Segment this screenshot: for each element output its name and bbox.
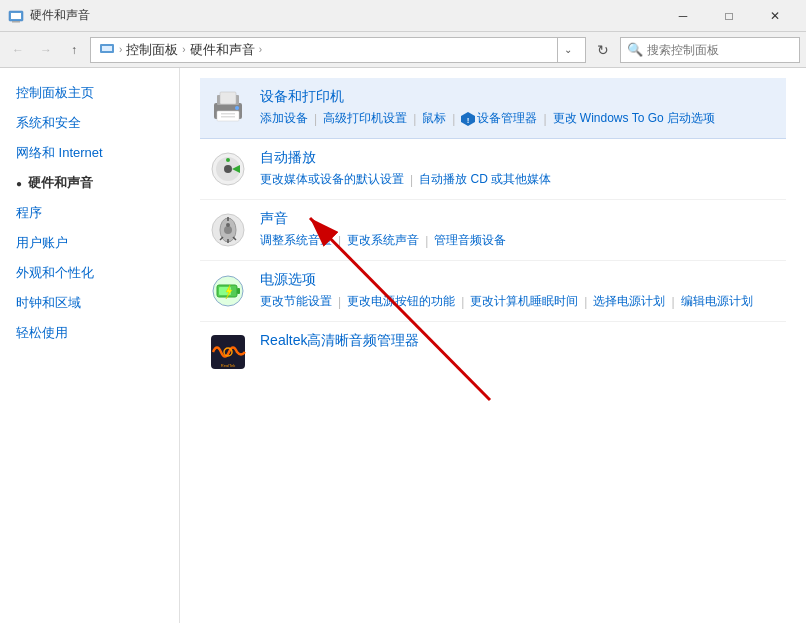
path-icon [99, 40, 115, 59]
link-add-device[interactable]: 添加设备 [260, 110, 308, 127]
svg-rect-8 [221, 113, 235, 115]
content-area: 设备和打印机 添加设备 | 高级打印机设置 | 鼠标 | ! 设备管理器 [180, 68, 806, 623]
sidebar-item-label: 外观和个性化 [16, 264, 94, 282]
sep-3: | [452, 112, 455, 126]
sep-9: | [461, 295, 464, 309]
link-power-button[interactable]: 更改电源按钮的功能 [347, 293, 455, 310]
back-button[interactable]: ← [6, 38, 30, 62]
autoplay-body: 自动播放 更改媒体或设备的默认设置 | 自动播放 CD 或其他媒体 [260, 149, 778, 188]
svg-rect-1 [11, 13, 21, 19]
path-chevron-3: › [259, 44, 262, 55]
autoplay-title[interactable]: 自动播放 [260, 149, 316, 167]
close-button[interactable]: ✕ [752, 0, 798, 32]
maximize-button[interactable]: □ [706, 0, 752, 32]
link-adjust-volume[interactable]: 调整系统音量 [260, 232, 332, 249]
sep-8: | [338, 295, 341, 309]
minimize-button[interactable]: ─ [660, 0, 706, 32]
devices-title[interactable]: 设备和打印机 [260, 88, 344, 106]
addressbar: ← → ↑ › 控制面板 › 硬件和声音 › ⌄ ↻ 🔍 [0, 32, 806, 68]
svg-rect-4 [102, 46, 112, 51]
section-autoplay: 自动播放 更改媒体或设备的默认设置 | 自动播放 CD 或其他媒体 [200, 139, 786, 200]
sidebar-item-users[interactable]: 用户账户 [0, 228, 179, 258]
forward-button[interactable]: → [34, 38, 58, 62]
sep-7: | [425, 234, 428, 248]
realtek-icon: RealTek [208, 332, 248, 372]
devices-body: 设备和打印机 添加设备 | 高级打印机设置 | 鼠标 | ! 设备管理器 [260, 88, 778, 127]
power-icon [208, 271, 248, 311]
sidebar-item-label: 时钟和区域 [16, 294, 81, 312]
up-button[interactable]: ↑ [62, 38, 86, 62]
sidebar-item-label: 系统和安全 [16, 114, 81, 132]
link-sleep-time[interactable]: 更改计算机睡眠时间 [470, 293, 578, 310]
realtek-title[interactable]: Realtek高清晰音频管理器 [260, 332, 419, 350]
sidebar-item-label: 轻松使用 [16, 324, 68, 342]
link-windows-to-go[interactable]: 更改 Windows To Go 启动选项 [553, 110, 715, 127]
section-devices: 设备和打印机 添加设备 | 高级打印机设置 | 鼠标 | ! 设备管理器 [200, 78, 786, 139]
link-change-sound[interactable]: 更改系统声音 [347, 232, 419, 249]
link-manage-audio[interactable]: 管理音频设备 [434, 232, 506, 249]
svg-rect-29 [237, 288, 240, 294]
sidebar-item-network[interactable]: 网络和 Internet [0, 138, 179, 168]
link-choose-plan[interactable]: 选择电源计划 [593, 293, 665, 310]
address-dropdown[interactable]: ⌄ [557, 37, 577, 63]
search-input[interactable] [647, 43, 797, 57]
section-sound: 声音 调整系统音量 | 更改系统声音 | 管理音频设备 [200, 200, 786, 261]
sep-11: | [671, 295, 674, 309]
svg-point-10 [235, 106, 239, 110]
address-box[interactable]: › 控制面板 › 硬件和声音 › ⌄ [90, 37, 586, 63]
sidebar-item-label: 程序 [16, 204, 42, 222]
sound-title[interactable]: 声音 [260, 210, 288, 228]
sidebar-item-system[interactable]: 系统和安全 [0, 108, 179, 138]
path-chevron-2: › [182, 44, 185, 55]
svg-rect-9 [221, 116, 235, 118]
section-power: 电源选项 更改节能设置 | 更改电源按钮的功能 | 更改计算机睡眠时间 | 选择… [200, 261, 786, 322]
link-print-settings[interactable]: 高级打印机设置 [323, 110, 407, 127]
power-title[interactable]: 电源选项 [260, 271, 316, 289]
sidebar-item-ease[interactable]: 轻松使用 [0, 318, 179, 348]
sep-4: | [543, 112, 546, 126]
link-power-settings[interactable]: 更改节能设置 [260, 293, 332, 310]
svg-point-21 [224, 226, 232, 234]
sidebar-item-home[interactable]: 控制面板主页 [0, 78, 179, 108]
link-mouse[interactable]: 鼠标 [422, 110, 446, 127]
address-path: › 控制面板 › 硬件和声音 › [99, 40, 557, 59]
svg-text:RealTek: RealTek [221, 363, 235, 368]
section-realtek: RealTek Realtek高清晰音频管理器 [200, 322, 786, 382]
svg-rect-2 [12, 21, 20, 23]
svg-point-16 [224, 165, 232, 173]
sidebar-item-programs[interactable]: 程序 [0, 198, 179, 228]
realtek-body: Realtek高清晰音频管理器 [260, 332, 778, 354]
link-edit-plan[interactable]: 编辑电源计划 [681, 293, 753, 310]
sidebar: 控制面板主页 系统和安全 网络和 Internet ● 硬件和声音 程序 用户账… [0, 68, 180, 623]
titlebar-icon [8, 8, 24, 24]
sidebar-item-label: 控制面板主页 [16, 84, 94, 102]
power-body: 电源选项 更改节能设置 | 更改电源按钮的功能 | 更改计算机睡眠时间 | 选择… [260, 271, 778, 310]
sound-icon [208, 210, 248, 250]
sound-body: 声音 调整系统音量 | 更改系统声音 | 管理音频设备 [260, 210, 778, 249]
link-change-media[interactable]: 更改媒体或设备的默认设置 [260, 171, 404, 188]
path-chevron-1: › [119, 44, 122, 55]
power-links: 更改节能设置 | 更改电源按钮的功能 | 更改计算机睡眠时间 | 选择电源计划 … [260, 293, 778, 310]
sep-10: | [584, 295, 587, 309]
sidebar-item-hardware: ● 硬件和声音 [0, 168, 179, 198]
autoplay-links: 更改媒体或设备的默认设置 | 自动播放 CD 或其他媒体 [260, 171, 778, 188]
titlebar-title: 硬件和声音 [30, 7, 660, 24]
autoplay-icon [208, 149, 248, 189]
refresh-button[interactable]: ↻ [590, 37, 616, 63]
search-box[interactable]: 🔍 [620, 37, 800, 63]
titlebar-buttons: ─ □ ✕ [660, 0, 798, 32]
sidebar-item-label: 网络和 Internet [16, 144, 103, 162]
current-bullet: ● [16, 178, 22, 189]
svg-point-17 [226, 158, 230, 162]
sidebar-item-clock[interactable]: 时钟和区域 [0, 288, 179, 318]
path-part-2: 硬件和声音 [190, 41, 255, 59]
link-device-manager[interactable]: 设备管理器 [477, 110, 537, 127]
search-icon: 🔍 [627, 42, 643, 57]
devices-icon [208, 88, 248, 128]
sep-5: | [410, 173, 413, 187]
link-autoplay-cd[interactable]: 自动播放 CD 或其他媒体 [419, 171, 551, 188]
sound-links: 调整系统音量 | 更改系统声音 | 管理音频设备 [260, 232, 778, 249]
sidebar-item-label: 硬件和声音 [28, 174, 93, 192]
titlebar: 硬件和声音 ─ □ ✕ [0, 0, 806, 32]
sidebar-item-appearance[interactable]: 外观和个性化 [0, 258, 179, 288]
